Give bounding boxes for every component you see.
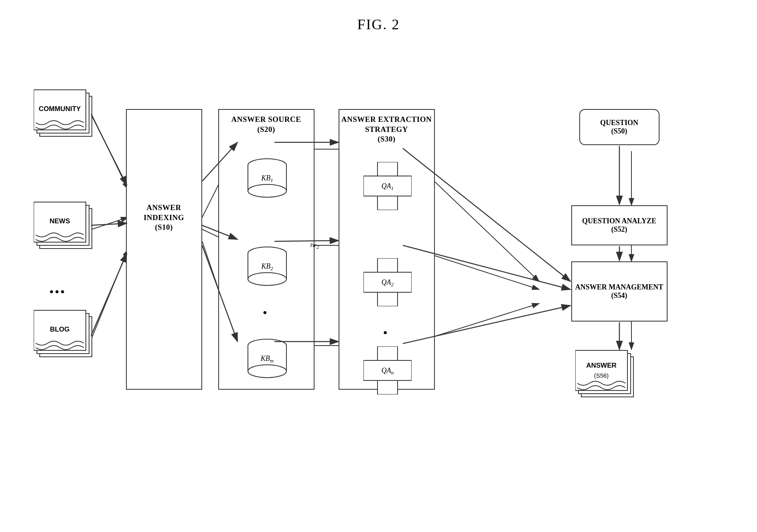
answer-extraction-label: ANSWER EXTRACTION STRATEGY — [341, 115, 432, 134]
question-code: (S50) — [611, 127, 627, 136]
svg-text:COMMUNITY: COMMUNITY — [39, 105, 81, 113]
answer-indexing-code: (S10) — [155, 223, 173, 231]
db-dots: • — [263, 306, 267, 319]
tw2-label: tw2 — [311, 241, 319, 250]
answer-management-box: ANSWER MANAGEMENT (S54) — [571, 261, 668, 322]
answer-extraction-code: (S30) — [377, 135, 396, 143]
qan-cross: QAn — [363, 346, 412, 396]
answer-source-label: ANSWER SOURCE — [231, 115, 301, 123]
svg-text:ANSWER: ANSWER — [586, 362, 617, 369]
kb1-cylinder: KB1 — [247, 158, 287, 200]
qa1-cross: QA1 — [363, 162, 412, 212]
news-doc: NEWS — [34, 201, 96, 249]
answer-source-code: (S20) — [257, 125, 275, 134]
question-analyze-label: QUESTION ANALYZE — [582, 217, 656, 225]
answer-source-box: ANSWER SOURCE (S20) KB1 KB2 — [218, 109, 315, 390]
answer-management-code: (S54) — [611, 291, 627, 300]
answer-indexing-box: ANSWER INDEXING (S10) — [126, 109, 202, 390]
question-analyze-code: (S52) — [611, 225, 627, 234]
kbm-cylinder: KBm — [247, 338, 287, 380]
svg-text:NEWS: NEWS — [49, 217, 70, 225]
svg-point-32 — [248, 184, 286, 197]
question-box: QUESTION (S50) — [579, 109, 660, 145]
answer-management-label: ANSWER MANAGEMENT — [575, 283, 664, 291]
answer-extraction-box: ANSWER EXTRACTION STRATEGY (S30) QA1 QA2… — [339, 109, 435, 390]
svg-text:BLOG: BLOG — [50, 326, 69, 333]
svg-rect-57 — [575, 350, 627, 390]
svg-point-44 — [248, 365, 286, 378]
answer-doc: ANSWER (S56) — [575, 350, 641, 403]
answer-indexing-label: ANSWER INDEXING — [144, 203, 184, 222]
blog-doc: BLOG — [34, 309, 96, 358]
source-dots: ••• — [50, 285, 66, 298]
svg-text:(S56): (S56) — [594, 372, 609, 379]
question-label: QUESTION — [600, 119, 638, 127]
qa2-cross: QA2 — [363, 258, 412, 308]
page-title: FIG. 2 — [0, 0, 757, 49]
kb2-cylinder: KB2 — [247, 246, 287, 288]
qa-dots: • — [384, 326, 388, 339]
community-doc: COMMUNITY — [34, 89, 96, 137]
question-analyze-box: QUESTION ANALYZE (S52) — [571, 205, 668, 245]
svg-point-38 — [248, 273, 286, 285]
